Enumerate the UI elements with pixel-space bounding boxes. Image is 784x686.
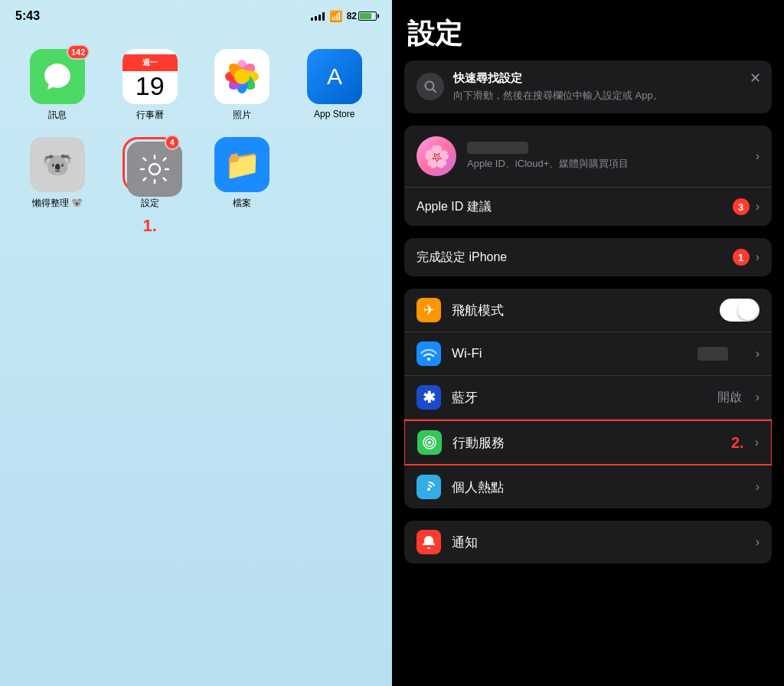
notification-label: 通知 (452, 534, 745, 551)
notification-section: 通知 › (404, 521, 772, 564)
messages-label: 訊息 (48, 109, 67, 122)
appstore-icon: A (307, 49, 362, 104)
app-photos[interactable]: 照片 (204, 49, 281, 122)
svg-point-10 (149, 164, 160, 175)
settings-badge: 4 (165, 135, 180, 150)
completion-label: 完成設定 iPhone (416, 250, 507, 266)
chevron-right-icon: › (756, 480, 760, 494)
mobile-icon (417, 430, 442, 455)
step1-label: 1. (143, 216, 157, 236)
app-lazy[interactable]: 🐨 懶得整理 🐨 (19, 137, 96, 210)
completion-badge: 1 (733, 249, 750, 266)
svg-text:A: A (327, 64, 342, 89)
svg-point-15 (428, 441, 431, 444)
app-files[interactable]: 📁 檔案 (204, 137, 281, 210)
chevron-right-icon: › (756, 390, 760, 404)
mobile-service-row[interactable]: 行動服務 2. › (404, 420, 772, 466)
suggestion-right: 3 › (733, 198, 760, 215)
apple-id-row[interactable]: 🌸 Apple ID、iCloud+、媒體與購買項目 › (404, 126, 772, 188)
completion-setup-card[interactable]: 完成設定 iPhone 1 › (404, 238, 772, 276)
wifi-value (697, 347, 728, 361)
chevron-right-icon: › (756, 535, 760, 549)
notification-row[interactable]: 通知 › (404, 521, 772, 564)
time-display: 5:43 (15, 9, 40, 23)
battery-icon: 82 (347, 11, 377, 21)
app-grid: 142 訊息 週一 19 行事曆 (0, 26, 392, 225)
chevron-right-icon: › (756, 250, 760, 264)
lazy-label: 懶得整理 🐨 (32, 197, 83, 210)
completion-row[interactable]: 完成設定 iPhone 1 › (404, 238, 772, 276)
calendar-date: 19 (136, 73, 165, 99)
search-hint-title: 快速尋找設定 (453, 71, 760, 86)
hotspot-label: 個人熱點 (452, 479, 745, 496)
bluetooth-value: 開啟 (717, 390, 742, 406)
files-label: 檔案 (233, 197, 251, 210)
chevron-right-icon: › (756, 200, 760, 214)
wifi-icon (416, 341, 441, 366)
messages-badge: 142 (67, 44, 90, 60)
apple-id-info: Apple ID、iCloud+、媒體與購買項目 (467, 142, 745, 171)
signal-icon (311, 11, 325, 21)
appstore-label: App Store (314, 109, 354, 119)
step2-label: 2. (731, 434, 744, 452)
app-calendar[interactable]: 週一 19 行事曆 (112, 49, 189, 122)
airplane-mode-row[interactable]: ✈ 飛航模式 (404, 289, 772, 332)
search-hint-desc: 向下滑動，然後在搜尋欄位中輸入設定或 App。 (453, 89, 760, 103)
settings-screen: 設定 快速尋找設定 向下滑動，然後在搜尋欄位中輸入設定或 App。 ✕ 🌸 (392, 0, 784, 686)
chevron-right-icon: › (756, 149, 760, 163)
chevron-right-icon: › (756, 347, 760, 361)
app-settings[interactable]: 4 設定 1. (112, 137, 189, 210)
wifi-icon: 📶 (329, 10, 342, 22)
apple-id-card: 🌸 Apple ID、iCloud+、媒體與購買項目 › Apple ID 建議… (404, 126, 772, 226)
settings-label: 設定 (141, 197, 159, 210)
mobile-label: 行動服務 (452, 434, 714, 452)
airplane-icon: ✈ (416, 298, 441, 322)
hotspot-row[interactable]: 個人熱點 › (404, 466, 772, 508)
status-icons: 📶 82 (311, 10, 377, 22)
search-icon (416, 73, 444, 100)
close-icon[interactable]: ✕ (750, 70, 761, 87)
svg-point-8 (234, 69, 250, 84)
hotspot-icon (416, 475, 441, 499)
suggestion-badge: 3 (733, 198, 750, 215)
status-bar: 5:43 📶 82 (0, 0, 392, 26)
notification-icon (416, 530, 441, 554)
apple-id-name-placeholder (467, 142, 528, 154)
calendar-label: 行事曆 (136, 109, 164, 122)
svg-point-16 (427, 488, 430, 491)
files-icon: 📁 (214, 137, 270, 192)
app-appstore[interactable]: A App Store (296, 49, 374, 122)
settings-content: 快速尋找設定 向下滑動，然後在搜尋欄位中輸入設定或 App。 ✕ 🌸 Apple… (392, 60, 784, 686)
airplane-toggle[interactable] (720, 299, 760, 322)
photos-icon (214, 49, 270, 104)
apple-id-sub: Apple ID、iCloud+、媒體與購買項目 (467, 157, 745, 171)
wifi-row[interactable]: Wi-Fi › (404, 332, 772, 376)
chevron-right-icon: › (755, 436, 759, 449)
bluetooth-icon: ✱ (416, 385, 441, 410)
wifi-label: Wi-Fi (452, 346, 687, 361)
bluetooth-label: 藍牙 (452, 389, 707, 407)
svg-line-12 (433, 90, 436, 93)
avatar: 🌸 (416, 136, 456, 176)
settings-title: 設定 (392, 0, 784, 60)
calendar-icon: 週一 19 (122, 49, 178, 104)
search-text-block: 快速尋找設定 向下滑動，然後在搜尋欄位中輸入設定或 App。 (453, 71, 760, 103)
lazy-icon: 🐨 (30, 137, 85, 192)
search-hint-card[interactable]: 快速尋找設定 向下滑動，然後在搜尋欄位中輸入設定或 App。 ✕ (404, 60, 772, 113)
main-settings-section: ✈ 飛航模式 Wi-Fi › (404, 289, 772, 508)
photos-label: 照片 (233, 109, 251, 122)
airplane-label: 飛航模式 (452, 302, 709, 319)
calendar-weekday: 週一 (122, 54, 178, 71)
suggestion-label: Apple ID 建議 (416, 199, 492, 215)
home-screen: 5:43 📶 82 142 (0, 0, 392, 686)
bluetooth-row[interactable]: ✱ 藍牙 開啟 › (404, 376, 772, 420)
apple-id-suggestion-row[interactable]: Apple ID 建議 3 › (404, 188, 772, 226)
app-messages[interactable]: 142 訊息 (19, 49, 96, 122)
